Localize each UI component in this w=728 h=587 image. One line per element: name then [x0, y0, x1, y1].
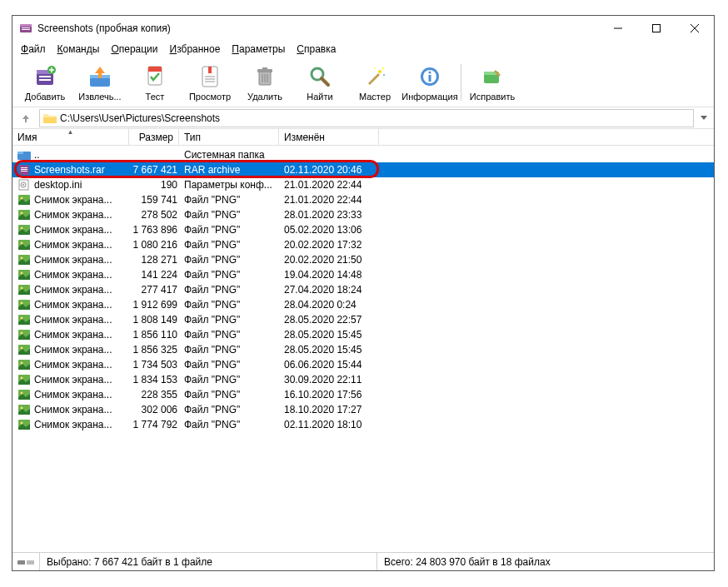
svg-point-66	[21, 317, 23, 320]
file-row[interactable]: Снимок экрана...1 774 792Файл "PNG"02.11…	[12, 417, 714, 432]
file-name: ..	[34, 149, 131, 161]
svg-rect-18	[208, 67, 212, 73]
file-size: 128 271	[131, 254, 181, 266]
repair-icon	[479, 63, 506, 90]
file-modified: 06.06.2020 15:44	[281, 359, 381, 371]
file-row[interactable]: Снимок экрана...159 741Файл "PNG"21.01.2…	[12, 192, 714, 207]
file-row[interactable]: Снимок экрана...1 734 503Файл "PNG"06.06…	[12, 357, 714, 372]
file-name: Снимок экрана...	[34, 329, 131, 341]
file-row[interactable]: desktop.ini190Параметры конф...21.01.202…	[12, 177, 714, 192]
svg-rect-43	[21, 167, 27, 168]
file-row[interactable]: Screenshots.rar7 667 421RAR archive02.11…	[12, 162, 714, 177]
file-list[interactable]: ..Системная папкаScreenshots.rar7 667 42…	[12, 146, 714, 552]
file-row[interactable]: Снимок экрана...277 417Файл "PNG"27.04.2…	[12, 282, 714, 297]
file-size: 1 808 149	[131, 314, 181, 326]
svg-rect-3	[22, 29, 30, 30]
app-icon	[19, 22, 32, 35]
sort-asc-icon: ▲	[67, 128, 74, 136]
file-type: Файл "PNG"	[181, 344, 281, 356]
file-row[interactable]: Снимок экрана...1 808 149Файл "PNG"28.05…	[12, 312, 714, 327]
file-icon	[17, 224, 31, 236]
file-row[interactable]: Снимок экрана...278 502Файл "PNG"28.01.2…	[12, 207, 714, 222]
folder-icon	[43, 112, 57, 124]
menu-команды[interactable]: Команды	[52, 42, 105, 57]
tool-find-button[interactable]: Найти	[294, 60, 346, 105]
list-header: ▲ Имя Размер Тип Изменён	[12, 129, 714, 146]
up-button[interactable]	[16, 109, 36, 127]
column-modified[interactable]: Изменён	[279, 129, 379, 145]
status-total: Всего: 24 803 970 байт в 18 файлах	[376, 553, 714, 570]
minimize-button[interactable]	[599, 16, 637, 41]
svg-point-54	[21, 227, 23, 230]
file-row[interactable]: Снимок экрана...128 271Файл "PNG"20.02.2…	[12, 252, 714, 267]
svg-point-64	[21, 302, 23, 305]
file-size: 277 417	[131, 284, 181, 296]
file-modified: 28.04.2020 0:24	[281, 299, 381, 311]
file-name: Снимок экрана...	[34, 389, 131, 400]
column-name[interactable]: ▲ Имя	[12, 129, 129, 145]
column-size[interactable]: Размер	[129, 129, 179, 145]
column-type[interactable]: Тип	[179, 129, 279, 145]
file-row[interactable]: Снимок экрана...1 912 699Файл "PNG"28.04…	[12, 297, 714, 312]
close-button[interactable]	[676, 16, 714, 41]
tool-delete-button[interactable]: Удалить	[239, 60, 291, 105]
file-row[interactable]: Снимок экрана...1 080 216Файл "PNG"20.02…	[12, 237, 714, 252]
menu-справка[interactable]: Справка	[292, 42, 341, 57]
tool-view-button[interactable]: Просмотр	[184, 60, 236, 105]
file-name: Снимок экрана...	[34, 419, 131, 430]
file-row[interactable]: Снимок экрана...302 006Файл "PNG"18.10.2…	[12, 402, 714, 417]
file-name: Screenshots.rar	[34, 164, 131, 176]
file-row[interactable]: Снимок экрана...1 856 325Файл "PNG"28.05…	[12, 342, 714, 357]
tool-extract-button[interactable]: Извлечь...	[74, 60, 126, 105]
svg-point-78	[21, 407, 23, 410]
menu-избранное[interactable]: Избранное	[165, 42, 226, 57]
tool-repair-button[interactable]: Исправить	[466, 60, 518, 105]
file-row[interactable]: Снимок экрана...228 355Файл "PNG"16.10.2…	[12, 387, 714, 402]
tool-info-button[interactable]: Информация	[404, 60, 456, 105]
file-row[interactable]: Снимок экрана...1 834 153Файл "PNG"30.09…	[12, 372, 714, 387]
tool-test-button[interactable]: Тест	[129, 60, 181, 105]
address-bar: C:\Users\User\Pictures\Screenshots	[12, 107, 714, 129]
tool-add-button[interactable]: Добавить	[19, 60, 71, 105]
toolbar: ДобавитьИзвлечь...ТестПросмотрУдалитьНай…	[12, 57, 714, 107]
svg-rect-41	[17, 152, 23, 154]
svg-rect-44	[21, 169, 27, 170]
svg-rect-1	[20, 24, 32, 27]
file-row[interactable]: Снимок экрана...1 763 896Файл "PNG"05.02…	[12, 222, 714, 237]
file-name: Снимок экрана...	[34, 299, 131, 311]
file-size: 278 502	[131, 209, 181, 221]
menubar: ФайлКомандыОперацииИзбранноеПараметрыСпр…	[12, 41, 714, 57]
file-size: 1 080 216	[131, 239, 181, 251]
file-type: Файл "PNG"	[181, 374, 281, 386]
svg-rect-11	[39, 79, 51, 81]
maximize-button[interactable]	[637, 16, 676, 41]
menu-файл[interactable]: Файл	[16, 42, 51, 57]
info-icon	[416, 63, 443, 90]
menu-параметры[interactable]: Параметры	[227, 42, 290, 57]
file-size: 228 355	[131, 389, 181, 400]
file-row[interactable]: Снимок экрана...141 224Файл "PNG"19.04.2…	[12, 267, 714, 282]
svg-rect-24	[262, 67, 267, 70]
file-row[interactable]: Снимок экрана...1 856 110Файл "PNG"28.05…	[12, 327, 714, 342]
file-name: Снимок экрана...	[34, 239, 131, 251]
file-name: Снимок экрана...	[34, 269, 131, 281]
svg-point-76	[21, 392, 23, 395]
toolbar-separator	[461, 64, 461, 101]
svg-rect-81	[17, 560, 25, 565]
file-icon	[17, 269, 31, 281]
file-icon	[17, 149, 31, 161]
file-type: Файл "PNG"	[181, 389, 281, 400]
file-icon	[17, 404, 31, 415]
file-type: Файл "PNG"	[181, 269, 281, 281]
status-selected: Выбрано: 7 667 421 байт в 1 файле	[39, 553, 376, 570]
menu-операции[interactable]: Операции	[106, 42, 162, 57]
file-icon	[17, 329, 31, 341]
file-row[interactable]: ..Системная папка	[12, 147, 714, 162]
file-name: Снимок экрана...	[34, 224, 131, 236]
address-field[interactable]: C:\Users\User\Pictures\Screenshots	[39, 109, 694, 127]
tool-wizard-button[interactable]: Мастер	[349, 60, 401, 105]
file-size: 1 834 153	[131, 374, 181, 386]
wizard-icon	[362, 63, 388, 90]
address-dropdown[interactable]	[697, 109, 711, 127]
file-type: RAR archive	[181, 164, 281, 176]
